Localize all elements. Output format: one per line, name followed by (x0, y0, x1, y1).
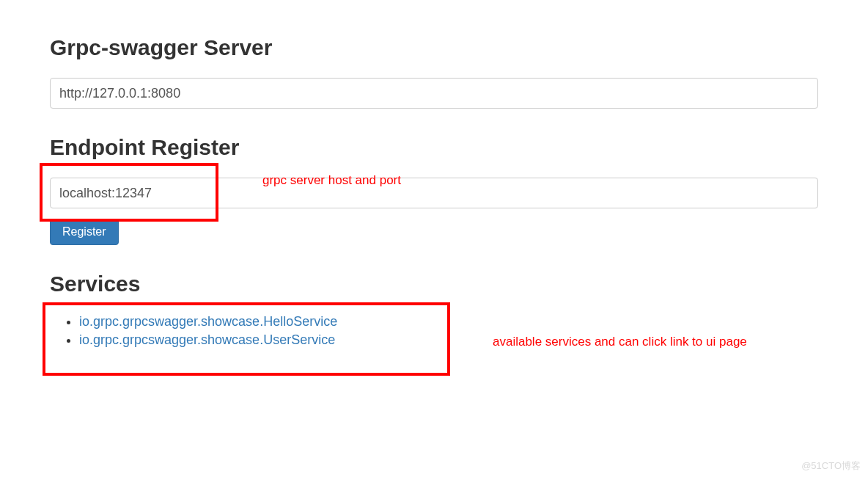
services-list: io.grpc.grpcswagger.showcase.HelloServic… (50, 314, 818, 348)
register-button[interactable]: Register (50, 219, 119, 245)
services-section: Services available services and can clic… (50, 272, 818, 348)
server-url-input[interactable] (50, 78, 818, 109)
services-list-wrap: available services and can click link to… (50, 314, 818, 348)
page-title: Grpc-swagger Server (50, 35, 818, 60)
endpoint-area: grpc server host and port Register (50, 178, 818, 245)
list-item: io.grpc.grpcswagger.showcase.UserService (79, 332, 818, 348)
list-item: io.grpc.grpcswagger.showcase.HelloServic… (79, 314, 818, 329)
watermark: @51CTO博客 (801, 459, 861, 473)
service-link[interactable]: io.grpc.grpcswagger.showcase.HelloServic… (79, 314, 337, 329)
service-link[interactable]: io.grpc.grpcswagger.showcase.UserService (79, 332, 335, 347)
endpoint-input-wrap: grpc server host and port (50, 178, 818, 208)
server-url-row (50, 78, 818, 109)
services-section-title: Services (50, 272, 818, 296)
page-container: Grpc-swagger Server Endpoint Register gr… (0, 0, 868, 365)
endpoint-input[interactable] (50, 178, 818, 208)
endpoint-section-title: Endpoint Register (50, 135, 818, 160)
